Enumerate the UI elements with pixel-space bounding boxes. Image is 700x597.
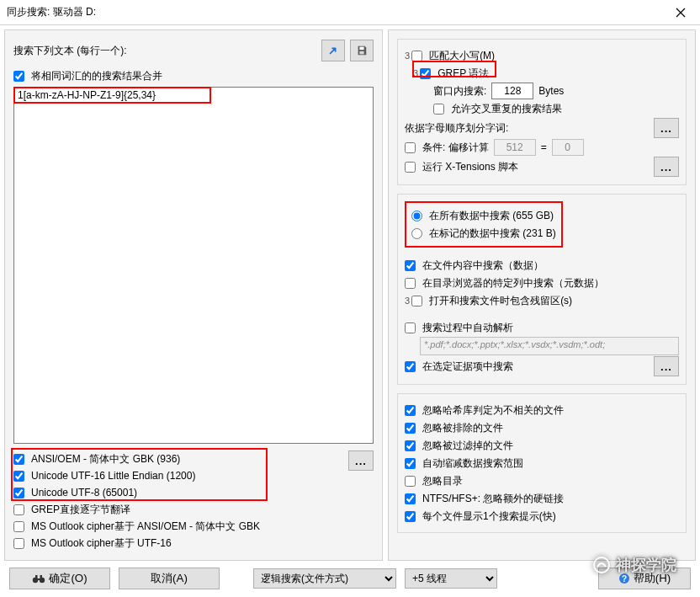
close-icon [674,6,687,19]
window-bytes-unit: Bytes [538,85,564,97]
grep-syntax-checkbox[interactable]: GREP 语法 [420,67,489,81]
encoding-label: ANSI/OEM - 简体中文 GBK (936) [31,452,180,466]
ignore-filtered-checkbox[interactable]: 忽略被过滤掉的文件 [405,439,513,453]
encoding-item: ANSI/OEM - 简体中文 GBK (936) [13,450,374,467]
ignore-dirs-checkbox[interactable]: 忽略目录 [405,474,463,488]
svg-rect-0 [359,47,363,51]
split-words-label: 依据字母顺序划分字词: [405,121,649,136]
split-words-config-button[interactable]: ... [654,118,679,138]
encoding-item: Unicode UTF-16 Little Endian (1200) [13,467,374,484]
cancel-button[interactable]: 取消(A) [119,568,220,589]
binoculars-icon [32,573,45,584]
window-search-label: 窗口内搜索: [433,84,486,99]
xtensions-config-button[interactable]: ... [654,157,679,177]
svg-rect-4 [35,575,38,578]
encodings-group: ANSI/OEM - 简体中文 GBK (936)Unicode UTF-16 … [13,450,374,552]
merge-results-checkbox[interactable]: 将相同词汇的的搜索结果合并 [13,69,162,83]
encoding-label: GREP直接逐字节翻译 [31,503,130,517]
annotation-num-grep: 3 [413,68,418,78]
encoding-item: GREP直接逐字节翻译 [13,501,374,518]
svg-text:?: ? [622,574,627,584]
encoding-checkbox[interactable]: MS Outlook cipher基于 ANSI/OEM - 简体中文 GBK [13,520,260,534]
right-panel: 3 匹配大小写(M) 3 GREP 语法 窗口内搜索: Bytes 允许交叉重复… [388,29,696,561]
run-xtensions-checkbox[interactable]: 运行 X-Tensions 脚本 [405,160,649,174]
threads-select[interactable]: +5 线程 [405,568,497,589]
left-panel: 搜索下列文本 (每行一个): [4,29,383,561]
svg-rect-6 [37,578,40,580]
help-icon: ? [618,573,630,584]
encoding-item: Unicode UTF-8 (65001) [13,484,374,501]
ignore-excluded-checkbox[interactable]: 忽略被排除的文件 [405,421,503,435]
ntfs-hfs-checkbox[interactable]: NTFS/HFS+: 忽略额外的硬链接 [405,492,564,506]
encoding-label: MS Outlook cipher基于 UTF-16 [31,536,172,551]
encoding-checkbox[interactable]: MS Outlook cipher基于 UTF-16 [13,536,172,551]
annotation-redbox-scope: 在所有数据中搜索 (655 GB) 在标记的数据中搜索 (231 B) [405,201,563,248]
help-button[interactable]: ? 帮助(H) [598,568,691,589]
encoding-checkbox[interactable]: Unicode UTF-8 (65001) [13,487,137,498]
allow-overlap-checkbox[interactable]: 允许交叉重复的搜索结果 [433,102,562,116]
scope-tagged-radio[interactable]: 在标记的数据中搜索 (231 B) [411,227,556,241]
svg-rect-5 [40,575,43,578]
encoding-item: MS Outlook cipher基于 ANSI/OEM - 简体中文 GBK [13,518,374,535]
encoding-checkbox[interactable]: Unicode UTF-16 Little Endian (1200) [13,470,195,482]
encoding-label: Unicode UTF-16 Little Endian (1200) [31,470,195,482]
search-mode-select[interactable]: 逻辑搜索(文件方式) [253,568,396,589]
svg-rect-1 [359,51,363,55]
titlebar: 同步搜索: 驱动器 D: [0,0,700,25]
in-file-content-checkbox[interactable]: 在文件内容中搜索（数据） [405,259,544,273]
in-dir-columns-checkbox[interactable]: 在目录浏览器的特定列中搜索（元数据） [405,276,604,291]
auto-parse-extensions: *.pdf;*.docx;*.pptx;*.xlsx;*.vsdx;*.vsdm… [420,337,679,355]
include-slack-checkbox[interactable]: 打开和搜索文件时包含残留区(s) [411,294,572,308]
bottom-bar: 确定(O) 取消(A) 逻辑搜索(文件方式) +5 线程 ? 帮助(H) [4,561,696,593]
load-button[interactable] [321,40,345,61]
condition-mod-input [494,139,536,156]
save-button[interactable] [350,40,374,61]
encoding-item: MS Outlook cipher基于 UTF-16 [13,535,374,552]
annotation-num-slack: 3 [405,296,410,306]
in-evidence-checkbox[interactable]: 在选定证据项中搜索 [405,360,649,374]
shortcut-icon [327,44,339,57]
ok-button[interactable]: 确定(O) [9,568,110,589]
window-title: 同步搜索: 驱动器 D: [7,5,661,19]
condition-rem-input [552,139,584,156]
encoding-checkbox[interactable]: GREP直接逐字节翻译 [13,503,130,517]
encoding-label: Unicode UTF-8 (65001) [31,487,137,498]
encoding-label: MS Outlook cipher基于 ANSI/OEM - 简体中文 GBK [31,520,260,534]
annotation-num-matchcase: 3 [405,51,410,61]
auto-shrink-checkbox[interactable]: 自动缩减数据搜索范围 [405,456,523,471]
search-prompt-label: 搜索下列文本 (每行一个): [13,44,127,58]
scope-all-radio[interactable]: 在所有数据中搜索 (655 GB) [411,209,554,223]
auto-parse-checkbox[interactable]: 搜索过程中自动解析 [405,321,513,335]
save-icon [356,44,368,57]
window-bytes-input[interactable] [491,83,533,99]
encodings-more-button[interactable]: ... [348,450,374,471]
close-button[interactable] [661,0,700,25]
match-case-checkbox[interactable]: 匹配大小写(M) [411,49,495,63]
encoding-checkbox[interactable]: ANSI/OEM - 简体中文 GBK (936) [13,452,180,466]
per-file-hint-checkbox[interactable]: 每个文件显示1个搜索提示(快) [405,509,556,524]
search-text-input[interactable] [13,87,374,444]
condition-checkbox[interactable]: 条件: 偏移计算 [405,141,489,155]
evidence-config-button[interactable]: ... [654,356,679,376]
ignore-hash-checkbox[interactable]: 忽略哈希库判定为不相关的文件 [405,403,564,418]
